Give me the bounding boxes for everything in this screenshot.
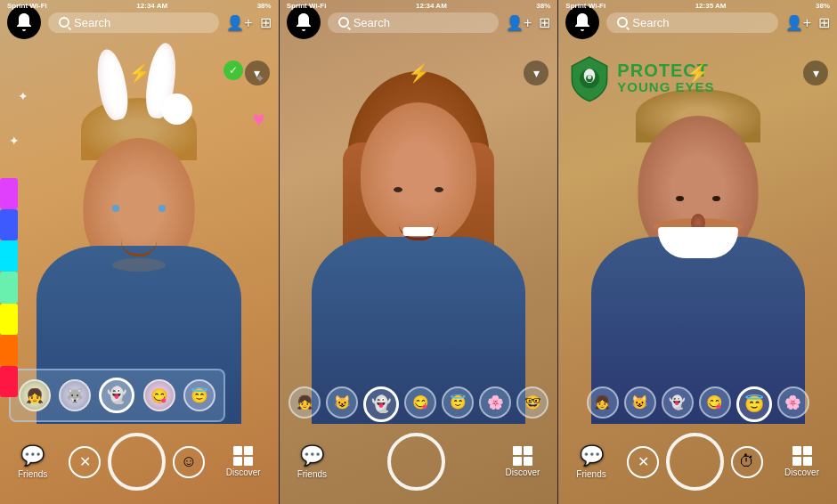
panel-2: 👧 😺 👻 😋 😇 🌸 🤓 Sprint Wi-Fi 12:34 AM 38% … (280, 0, 559, 504)
panel-3-discover-icon (792, 446, 812, 466)
panel-1-clear-filter[interactable]: ✕ (69, 446, 101, 478)
panel-3-search-icon (617, 17, 628, 28)
panel-3-top-icons: 👤+ ⊞ (785, 14, 830, 31)
panel-1-emoji-btn[interactable]: ☺ (173, 446, 205, 478)
panel-1-time: 12:34 AM (136, 2, 167, 10)
panel-3-friends-nav[interactable]: 💬 Friends (576, 444, 605, 479)
panel-3-clear-filter[interactable]: ✕ (627, 446, 659, 478)
panel-3-discover-label: Discover (784, 467, 819, 477)
panel-1-grid-icon[interactable]: ⊞ (260, 14, 272, 31)
panel-3-grid-icon[interactable]: ⊞ (818, 14, 830, 31)
panel-2-grid-icon[interactable]: ⊞ (539, 14, 550, 31)
panel-1-snap-button[interactable] (108, 433, 166, 491)
panel-2-discover-label: Discover (505, 467, 540, 477)
panel-1-discover-label: Discover (226, 467, 261, 477)
panel-1-friends-nav[interactable]: 💬 Friends (18, 444, 47, 479)
panel-3-discover-nav[interactable]: Discover (784, 446, 819, 477)
panel-1: ♥ ✦ ✦ ✦ 👧 🐺 👻 😋 😇 ✓ (0, 0, 280, 504)
pye-shield-icon (567, 53, 612, 102)
panel-1-bottombar: 💬 Friends ✕ ☺ Discover (0, 424, 279, 504)
panel-3-search[interactable]: Search (606, 12, 777, 33)
panel-2-capture-group (387, 433, 445, 491)
panel-3-add-friend-icon[interactable]: 👤+ (785, 14, 811, 31)
panel-2-top-icons: 👤+ ⊞ (506, 14, 550, 31)
panel-2-friends-nav[interactable]: 💬 Friends (297, 444, 327, 479)
panel-3-time: 12:35 AM (695, 2, 727, 10)
panel-1-battery: 38% (257, 2, 272, 10)
panel-3-search-text: Search (632, 16, 669, 29)
panel-1-top-icons: 👤+ ⊞ (226, 14, 271, 31)
panel-3-filter-actions: ✕ ⏱ (627, 433, 763, 491)
panel-2-time: 12:34 AM (416, 2, 447, 10)
panel-3-timer-btn[interactable]: ⏱ (731, 446, 763, 478)
panel-3-dropdown[interactable] (803, 61, 828, 85)
panel-1-discover-icon (233, 446, 253, 466)
panel-1-add-friend-icon[interactable]: 👤+ (226, 14, 252, 31)
color-strip (0, 178, 18, 397)
panel-2-discover-nav[interactable]: Discover (505, 446, 540, 477)
panel-2-bottombar: 💬 Friends Discover (280, 424, 558, 504)
panel-2-carrier: Sprint Wi-Fi (287, 2, 327, 10)
panel-2-snap-button[interactable] (387, 433, 445, 491)
panel-1-search-icon (59, 17, 69, 28)
panel-3-battery: 38% (816, 2, 830, 10)
panel-3-lightning[interactable]: ⚡ (687, 62, 709, 84)
panel-3-capture-group: ✕ ⏱ (627, 433, 763, 491)
panel-1-statusbar: Sprint Wi-Fi 12:34 AM 38% (0, 0, 279, 12)
panel-2-chat-icon: 💬 (300, 444, 324, 467)
panel-2-search-icon (338, 17, 349, 28)
panel-1-carrier: Sprint Wi-Fi (7, 2, 47, 10)
panel-2-add-friend-icon[interactable]: 👤+ (506, 14, 532, 31)
panel-3: 👧 😺 👻 😋 😇 🌸 PROTECT YOUNG EYES Sprint Wi… (558, 0, 837, 504)
panel-1-filter-actions: ✕ ☺ (69, 433, 205, 491)
panel-1-chat-icon: 💬 (20, 444, 45, 467)
panel-1-friends-label: Friends (18, 469, 47, 479)
panel-1-lightning[interactable]: ⚡ (128, 62, 150, 84)
panel-3-chat-icon: 💬 (580, 444, 604, 467)
panel-3-friends-label: Friends (576, 469, 605, 479)
svg-point-3 (588, 75, 592, 79)
panel-2-statusbar: Sprint Wi-Fi 12:34 AM 38% (280, 0, 558, 12)
panel-3-bottombar: 💬 Friends ✕ ⏱ Discover (558, 424, 837, 504)
panel-2-discover-icon (513, 446, 532, 466)
panel-1-discover-nav[interactable]: Discover (226, 446, 261, 477)
panel-2-lightning[interactable]: ⚡ (408, 62, 430, 84)
panel-2-search-text: Search (353, 16, 390, 29)
panel-3-statusbar: Sprint Wi-Fi 12:35 AM 38% (558, 0, 837, 12)
panel-1-dropdown[interactable] (245, 61, 270, 85)
panel-1-search-text: Search (74, 16, 110, 29)
panel-2-battery: 38% (536, 2, 550, 10)
panel-1-search[interactable]: Search (48, 12, 219, 33)
panel-2-search[interactable]: Search (328, 12, 499, 33)
panel-2-friends-label: Friends (297, 469, 327, 479)
panel-3-carrier: Sprint Wi-Fi (565, 2, 605, 10)
panel-3-snap-button[interactable] (666, 433, 724, 491)
panel-1-capture-group: ✕ ☺ (69, 433, 205, 491)
active-filter-check: ✓ (223, 61, 243, 80)
